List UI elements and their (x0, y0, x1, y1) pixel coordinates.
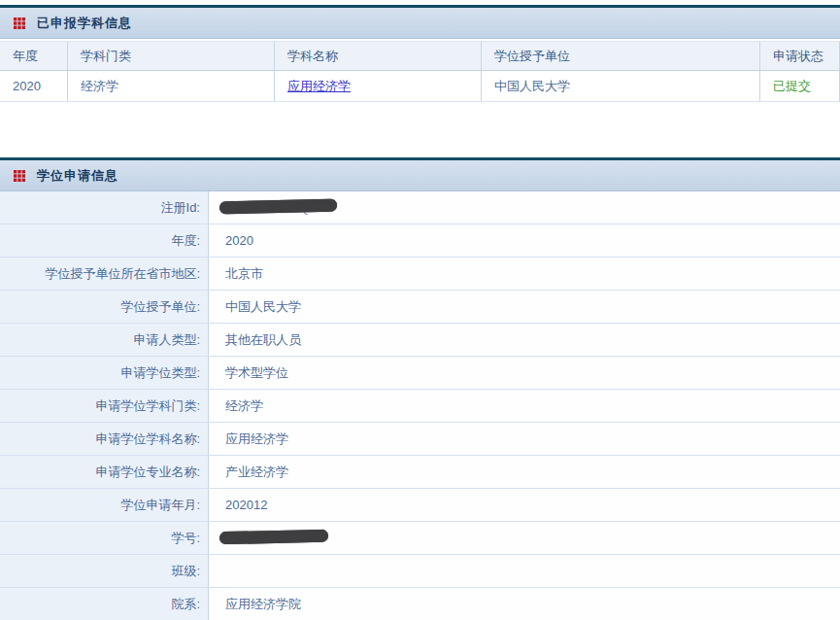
redacted-value: 202012H39QHY (225, 200, 329, 215)
form-row-label: 申请学位学科名称: (0, 423, 209, 455)
form-row-label: 班级: (0, 555, 209, 587)
form-row: 申请学位类型: 学术型学位 (0, 357, 840, 390)
form-row-value: 产业经济学 (209, 456, 840, 488)
cell-subject: 应用经济学 (275, 71, 482, 101)
form-rows: 注册Id: 202012H39QHY 年度: 2020 学位授予单位所在省市地区… (0, 191, 840, 620)
form-row-value: 211412002776 (209, 522, 840, 554)
form-row-label: 注册Id: (0, 191, 209, 224)
form-row: 申请学位学科名称: 应用经济学 (0, 423, 840, 456)
form-row: 学位授予单位所在省市地区: 北京市 (0, 258, 840, 291)
form-row-value: 其他在职人员 (209, 324, 840, 356)
form-row-value: 中国人民大学 (209, 291, 840, 323)
form-row: 学位授予单位: 中国人民大学 (0, 291, 840, 324)
declared-subject-panel: 已申报学科信息 年度 学科门类 学科名称 学位授予单位 申请状态 2020 经济… (0, 5, 840, 102)
form-row-value: 2020 (209, 224, 840, 257)
form-row-label: 申请学位类型: (0, 357, 209, 389)
redaction-scribble (219, 199, 338, 215)
panel-title: 学位申请信息 (37, 167, 118, 185)
subject-link[interactable]: 应用经济学 (287, 78, 351, 95)
col-header-year: 年度 (0, 42, 68, 70)
form-row: 年度: 2020 (0, 224, 840, 258)
form-row-label: 学号: (0, 522, 209, 554)
form-row: 学号: 211412002776 (0, 522, 840, 555)
form-row: 申请学位学科门类: 经济学 (0, 390, 840, 423)
table-row: 2020 经济学 应用经济学 中国人民大学 已提交 (0, 71, 840, 102)
form-row-label: 申请学位学科门类: (0, 390, 209, 422)
redaction-scribble (219, 530, 328, 545)
form-row-label: 院系: (0, 588, 209, 620)
red-grid-icon (14, 17, 25, 29)
form-row-label: 学位授予单位: (0, 291, 209, 323)
degree-application-panel-header: 学位申请信息 (0, 160, 840, 191)
form-row-value: 学术型学位 (209, 357, 840, 389)
col-header-university: 学位授予单位 (482, 42, 760, 70)
form-row: 申请人类型: 其他在职人员 (0, 324, 840, 357)
form-row-value: 应用经济学 (209, 423, 840, 455)
cell-university: 中国人民大学 (482, 71, 760, 101)
table-header-row: 年度 学科门类 学科名称 学位授予单位 申请状态 (0, 41, 840, 71)
red-grid-icon (14, 170, 25, 182)
form-row: 申请学位专业名称: 产业经济学 (0, 456, 840, 489)
form-row: 班级: (0, 555, 840, 588)
col-header-category: 学科门类 (68, 42, 275, 70)
form-row-label: 申请人类型: (0, 324, 209, 356)
page: { "panel_declared": { "title": "已申报学科信息"… (0, 0, 840, 620)
form-row-value: 202012 (209, 489, 840, 521)
cell-category: 经济学 (68, 71, 275, 101)
status-badge: 已提交 (760, 71, 840, 101)
form-row-value: 经济学 (209, 390, 840, 422)
form-row-label: 申请学位专业名称: (0, 456, 209, 488)
form-row-value: 202012H39QHY (209, 191, 840, 224)
declared-subject-panel-header: 已申报学科信息 (0, 8, 840, 39)
degree-application-panel: 学位申请信息 注册Id: 202012H39QHY 年度: 2020 学位授予单… (0, 157, 840, 620)
form-row: 院系: 应用经济学院 (0, 588, 840, 620)
form-row-label: 年度: (0, 224, 209, 257)
form-row: 注册Id: 202012H39QHY (0, 191, 840, 224)
form-row-label: 学位申请年月: (0, 489, 209, 521)
form-row-value: 北京市 (209, 258, 840, 290)
form-row-label: 学位授予单位所在省市地区: (0, 258, 209, 290)
panel-title: 已申报学科信息 (37, 15, 132, 32)
col-header-status: 申请状态 (760, 42, 840, 70)
form-row: 学位申请年月: 202012 (0, 489, 840, 522)
cell-year: 2020 (0, 71, 68, 101)
declared-subject-table: 年度 学科门类 学科名称 学位授予单位 申请状态 2020 经济学 应用经济学 … (0, 41, 840, 102)
panel-gap (0, 102, 840, 157)
redacted-value: 211412002776 (225, 531, 320, 545)
col-header-subject: 学科名称 (275, 42, 482, 70)
form-row-value: 应用经济学院 (209, 588, 840, 620)
form-row-value (209, 555, 840, 587)
